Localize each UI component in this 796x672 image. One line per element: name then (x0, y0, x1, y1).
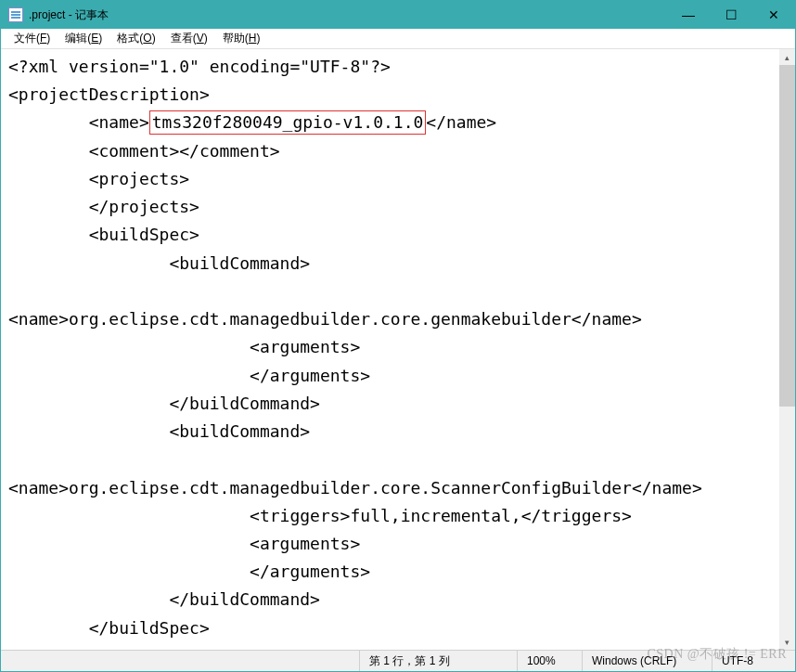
vertical-scrollbar[interactable]: ▴ ▾ (779, 49, 795, 650)
text-line: <buildCommand> (8, 421, 310, 441)
status-zoom: 100% (517, 651, 582, 671)
text-line: <name> (8, 112, 149, 132)
menu-help[interactable]: 帮助(H) (215, 29, 268, 48)
status-line-ending: Windows (CRLF) (582, 651, 712, 671)
scrollbar-track[interactable] (779, 65, 795, 634)
text-line: <name>org.eclipse.cdt.managedbuilder.cor… (8, 478, 702, 498)
text-line: <natures> (8, 646, 179, 650)
text-line: <arguments> (8, 534, 360, 553)
status-encoding: UTF-8 (712, 651, 795, 671)
close-button[interactable]: ✕ (752, 1, 795, 29)
minimize-button[interactable]: — (667, 1, 710, 29)
text-line: <comment></comment> (8, 141, 280, 161)
text-line: <buildCommand> (8, 253, 310, 273)
text-line: <name>org.eclipse.cdt.managedbuilder.cor… (8, 309, 642, 329)
text-line: </arguments> (8, 366, 370, 385)
text-line: <arguments> (8, 337, 360, 356)
text-editor[interactable]: <?xml version="1.0" encoding="UTF-8"?> <… (1, 49, 779, 650)
notepad-icon (8, 7, 23, 22)
scrollbar-thumb[interactable] (779, 65, 795, 407)
window-title: .project - 记事本 (29, 7, 667, 23)
menu-view[interactable]: 查看(V) (163, 29, 215, 48)
menu-format[interactable]: 格式(O) (109, 29, 162, 48)
menubar: 文件(F) 编辑(E) 格式(O) 查看(V) 帮助(H) (1, 29, 795, 49)
text-line: </projects> (8, 197, 199, 216)
text-line (8, 281, 89, 301)
text-line: </buildCommand> (8, 394, 320, 413)
text-line: <projects> (8, 169, 189, 188)
status-cursor-position: 第 1 行，第 1 列 (359, 651, 517, 671)
scrollbar-down-button[interactable]: ▾ (779, 634, 795, 650)
text-line: </arguments> (8, 562, 370, 581)
text-line: <projectDescription> (8, 84, 210, 104)
text-line: </buildSpec> (8, 618, 210, 638)
menu-edit[interactable]: 编辑(E) (58, 29, 109, 48)
maximize-button[interactable]: ☐ (710, 1, 752, 29)
highlighted-project-name: tms320f280049_gpio-v1.0.1.0 (149, 110, 427, 134)
text-line: <?xml version="1.0" encoding="UTF-8"?> (8, 57, 391, 76)
menu-file[interactable]: 文件(F) (6, 29, 58, 48)
content-area: <?xml version="1.0" encoding="UTF-8"?> <… (1, 49, 795, 650)
titlebar[interactable]: .project - 记事本 — ☐ ✕ (1, 1, 795, 29)
scrollbar-up-button[interactable]: ▴ (779, 49, 795, 65)
text-line (8, 449, 89, 469)
text-line: </name> (426, 112, 496, 132)
statusbar: 第 1 行，第 1 列 100% Windows (CRLF) UTF-8 (1, 650, 795, 671)
text-line: <buildSpec> (8, 225, 199, 244)
window-controls: — ☐ ✕ (667, 1, 795, 29)
text-line: <triggers>full,incremental,</triggers> (8, 506, 632, 525)
text-line: </buildCommand> (8, 589, 320, 609)
notepad-window: .project - 记事本 — ☐ ✕ 文件(F) 编辑(E) 格式(O) 查… (0, 0, 796, 672)
statusbar-spacer (1, 651, 359, 671)
